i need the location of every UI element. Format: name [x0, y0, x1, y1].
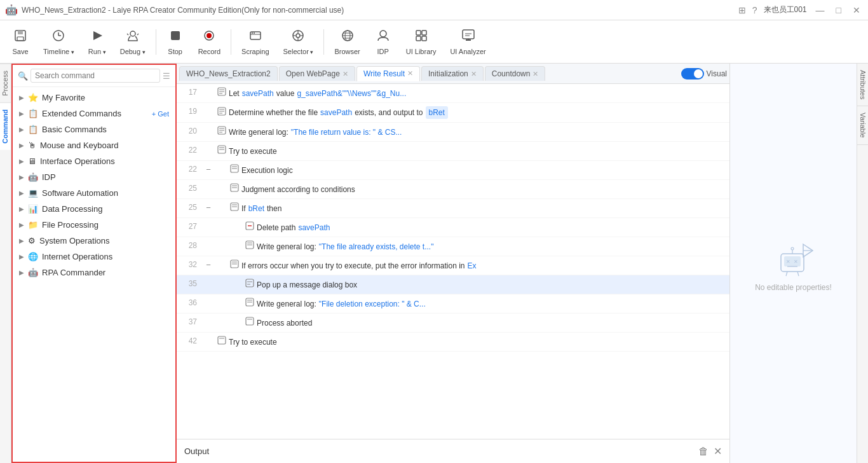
close-tab-icon[interactable]: ✕ [471, 70, 477, 78]
table-row[interactable]: 19 Determine whether the file savePath e… [177, 103, 729, 123]
line-ctrl [202, 104, 215, 107]
sidebar-item-idp[interactable]: ▶ 🤖 IDP [13, 169, 175, 185]
table-row[interactable]: 27 Delete path savePath [177, 218, 729, 237]
line-number: 20 [177, 124, 202, 135]
table-row[interactable]: 20 Write general log: "The file return v… [177, 123, 729, 142]
idp-toolbar-button[interactable]: IDP [368, 24, 398, 60]
record-button[interactable]: Record [192, 24, 227, 60]
close-output-icon[interactable]: ✕ [714, 445, 722, 457]
trash-icon[interactable]: 🗑 [698, 446, 709, 457]
line-icon [217, 336, 226, 348]
table-row[interactable]: 37 Process aborted [177, 314, 729, 333]
table-row[interactable]: 25 − If bRet then [177, 199, 729, 218]
debug-button[interactable]: Debug [114, 24, 152, 60]
browser-button[interactable]: Browser [328, 24, 366, 60]
line-ctrl [202, 296, 215, 298]
code-text: then [267, 203, 281, 214]
search-input[interactable] [31, 69, 160, 83]
table-row[interactable]: 42 Try to execute [177, 333, 729, 352]
line-ctrl[interactable]: − [202, 200, 215, 212]
toolbar: Save Timeline Run Debug Stop Record [0, 20, 868, 64]
help-icon[interactable]: ? [752, 5, 757, 15]
scraping-button[interactable]: Scraping [235, 24, 275, 60]
svg-rect-78 [218, 336, 226, 344]
close-tab-icon[interactable]: ✕ [407, 69, 413, 78]
idp-toolbar-icon [376, 29, 390, 46]
svg-point-16 [254, 32, 255, 34]
search-icon: 🔍 [18, 71, 28, 81]
sidebar-item-mouse-keyboard[interactable]: ▶ 🖱 Mouse and Keyboard [13, 137, 175, 153]
table-row[interactable]: 17 Let savePath value g_savePath&""\\New… [177, 84, 729, 103]
close-tab-icon[interactable]: ✕ [532, 70, 538, 78]
svg-rect-30 [422, 31, 426, 35]
get-extended-button[interactable]: + Get [152, 110, 169, 118]
sidebar-item-extended[interactable]: ▶ 📋 Extended Commands + Get [13, 106, 175, 121]
output-bar: Output 🗑 ✕ [177, 439, 729, 463]
tab-initialization[interactable]: Initialization ✕ [421, 66, 484, 81]
sidebar-item-software[interactable]: ▶ 💻 Software Automation [13, 185, 175, 201]
tab-countdown[interactable]: Countdown ✕ [485, 66, 546, 81]
close-btn[interactable]: ✕ [850, 5, 863, 15]
line-ctrl[interactable]: − [202, 162, 215, 174]
line-ctrl [202, 238, 215, 241]
table-row[interactable]: 28 Write general log: "The file already … [177, 237, 729, 256]
expand-arrow: ▶ [19, 142, 24, 149]
sidebar-item-basic[interactable]: ▶ 📋 Basic Commands [13, 121, 175, 137]
sidebar-item-favorite[interactable]: ▶ ⭐ My Favorite [13, 90, 175, 106]
svg-rect-70 [246, 279, 254, 287]
sidebar-item-label: Extended Commands [42, 109, 121, 118]
line-content: If bRet then [215, 200, 729, 216]
sidebar-item-system[interactable]: ▶ ⚙ System Operations [13, 233, 175, 249]
restore-btn[interactable]: □ [834, 5, 844, 15]
selector-button[interactable]: Selector [277, 24, 320, 60]
line-icon [245, 240, 254, 252]
expand-arrow: ▶ [19, 174, 24, 181]
process-tab[interactable]: Process [0, 64, 11, 102]
table-row[interactable]: 36 Write general log: "File deletion exc… [177, 294, 729, 314]
attributes-tab[interactable]: Attributes [857, 64, 868, 106]
line-ctrl[interactable]: − [202, 258, 215, 270]
svg-rect-10 [171, 31, 180, 40]
sidebar-item-internet[interactable]: ▶ 🌐 Internet Operations [13, 249, 175, 265]
line-number: 42 [177, 334, 202, 345]
browser-icon [341, 29, 355, 46]
command-tab[interactable]: Command [0, 102, 11, 150]
sidebar-item-rpa[interactable]: ▶ 🤖 RPA Commander [13, 265, 175, 280]
sidebar-item-file[interactable]: ▶ 📁 File Processing [13, 217, 175, 233]
line-number: 22 [177, 143, 202, 155]
run-button[interactable]: Run [82, 24, 112, 60]
tab-label: WHO_News_Extraction2 [186, 69, 271, 78]
save-button[interactable]: Save [5, 24, 36, 60]
line-ctrl [202, 85, 215, 88]
sidebar-item-data[interactable]: ▶ 📊 Data Processing [13, 201, 175, 217]
table-row[interactable]: 25 Judgment according to conditions [177, 180, 729, 199]
table-row[interactable]: 22 − Execution logic [177, 161, 729, 180]
line-icon [245, 317, 254, 329]
table-row[interactable]: 22 Try to execute [177, 142, 729, 161]
filter-icon[interactable]: ☰ [163, 71, 170, 81]
line-icon [217, 145, 226, 157]
tab-write-result[interactable]: Write Result ✕ [356, 66, 420, 81]
user-name[interactable]: 来也员工001 [764, 4, 807, 15]
line-content: Delete path savePath [215, 219, 729, 235]
stop-button[interactable]: Stop [160, 24, 191, 60]
tab-who-news[interactable]: WHO_News_Extraction2 [179, 66, 278, 81]
expand-arrow: ▶ [19, 158, 24, 165]
table-row[interactable]: 35 Pop up a message dialog box [177, 275, 729, 294]
close-tab-icon[interactable]: ✕ [342, 70, 348, 78]
sidebar-item-interface[interactable]: ▶ 🖥 Interface Operations [13, 153, 175, 169]
minimize-btn[interactable]: — [813, 5, 827, 15]
title-bar: 🤖 WHO_News_Extraction2 - Laiye RPA Creat… [0, 0, 868, 20]
timeline-button[interactable]: Timeline [37, 24, 81, 60]
selector-icon [291, 29, 305, 46]
visual-toggle[interactable]: Visual [681, 68, 727, 79]
variable-tab[interactable]: Variable [857, 106, 868, 145]
visual-toggle-switch[interactable] [681, 68, 704, 79]
tab-open-web[interactable]: Open WebPage ✕ [279, 66, 355, 81]
right-side-tabs: Attributes Variable [857, 64, 868, 463]
code-text: Try to execute [229, 146, 277, 157]
line-content: Try to execute [215, 143, 729, 159]
table-row[interactable]: 32 − If errors occur when you try to exe… [177, 256, 729, 275]
ui-analyzer-button[interactable]: UI Analyzer [444, 24, 492, 60]
ui-library-button[interactable]: UI Library [400, 24, 443, 60]
